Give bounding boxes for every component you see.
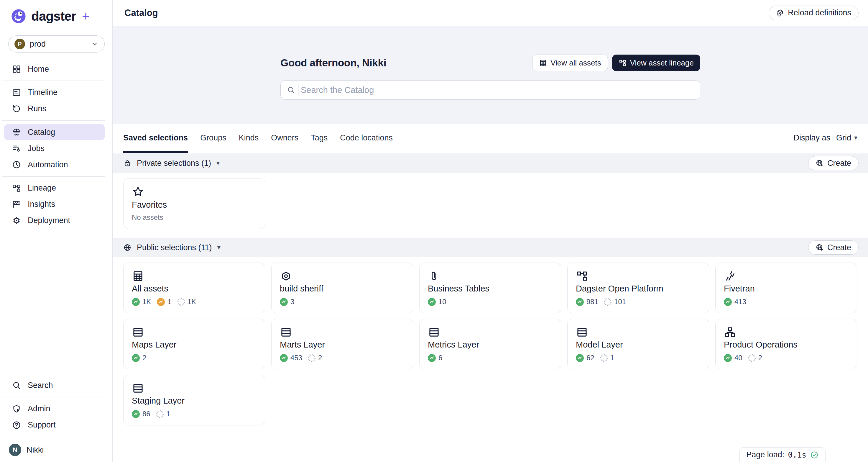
materialized-icon — [576, 354, 584, 362]
selection-card-staging-layer[interactable]: Staging Layer861 — [123, 375, 266, 426]
status-badge-success: 40 — [724, 354, 742, 362]
never-materialized-icon — [308, 354, 315, 362]
sidebar-item-catalog[interactable]: Catalog — [4, 124, 105, 140]
sidebar-divider — [2, 81, 105, 81]
status-badge-success: 2 — [132, 354, 146, 362]
reload-definitions-button[interactable]: Reload definitions — [769, 6, 859, 20]
page-load-value: 0.1s — [788, 451, 806, 459]
page-load-label: Page load: — [746, 450, 784, 459]
display-as-dropdown[interactable]: Grid ▾ — [836, 133, 857, 143]
asset-status-badges: 4532 — [280, 354, 405, 362]
sidebar-item-label: Search — [28, 381, 53, 390]
card-title: Model Layer — [576, 340, 701, 350]
materialized-icon — [724, 298, 732, 306]
paperclip-icon — [428, 270, 440, 282]
section-title-toggle[interactable]: Private selections (1)▾ — [123, 159, 220, 168]
table-rows-icon — [132, 326, 144, 338]
tab-saved-selections[interactable]: Saved selections — [123, 131, 188, 145]
user-menu[interactable]: N Nikki — [0, 441, 112, 462]
section-title-toggle[interactable]: Public selections (11)▾ — [123, 243, 220, 252]
sidebar-item-admin[interactable]: Admin — [4, 401, 105, 417]
selection-card-dagster-open-platform[interactable]: Dagster Open Platform981101 — [567, 263, 709, 313]
selection-card-all-assets[interactable]: All assets1K11K — [123, 263, 266, 313]
materialized-icon — [132, 410, 140, 418]
status-badge-success: 981 — [576, 298, 598, 306]
badge-count: 981 — [586, 298, 598, 306]
sidebar-item-home[interactable]: Home — [4, 61, 105, 77]
badge-count: 86 — [143, 410, 150, 418]
tab-kinds[interactable]: Kinds — [239, 131, 259, 145]
catalog-search-input[interactable] — [301, 85, 694, 95]
sidebar-item-insights[interactable]: Insights — [4, 197, 105, 212]
tab-owners[interactable]: Owners — [271, 131, 299, 145]
create-selection-button[interactable]: Create — [808, 156, 859, 170]
sidebar-item-label: Insights — [28, 200, 55, 209]
sidebar-item-deployment[interactable]: ⚙Deployment — [4, 213, 105, 229]
lineage-icon — [576, 270, 588, 282]
view-all-assets-button[interactable]: View all assets — [532, 55, 608, 71]
lineage-icon — [619, 59, 626, 67]
tab-groups[interactable]: Groups — [200, 131, 226, 145]
user-avatar: N — [9, 444, 21, 456]
asset-status-badges: 413 — [724, 298, 849, 306]
sidebar-item-automation[interactable]: Automation — [4, 157, 105, 173]
selection-card-business-tables[interactable]: Business Tables10 — [419, 263, 561, 313]
asset-status-badges: 2 — [132, 354, 257, 362]
never-materialized-icon — [600, 354, 608, 362]
selection-card-favorites[interactable]: FavoritesNo assets — [123, 178, 266, 229]
star-icon — [132, 185, 144, 198]
brand-logo[interactable]: dagster + — [11, 8, 112, 25]
selection-card-model-layer[interactable]: Model Layer621 — [567, 319, 709, 369]
lineage-icon — [12, 183, 21, 193]
badge-count: 1 — [166, 410, 170, 418]
create-selection-button[interactable]: Create — [808, 240, 859, 255]
never-materialized-icon — [604, 298, 612, 306]
greeting: Good afternoon, Nikki — [280, 57, 386, 69]
table-rows-icon — [132, 382, 144, 395]
table-rows-icon — [576, 326, 588, 338]
table-icon — [132, 270, 144, 282]
badge-count: 101 — [614, 298, 626, 306]
status-badge-success: 10 — [428, 298, 446, 306]
sidebar-item-label: Timeline — [28, 88, 58, 97]
sidebar-item-search[interactable]: Search — [4, 377, 105, 393]
selections-content: Private selections (1)▾CreateFavoritesNo… — [113, 153, 868, 462]
warning-icon — [157, 298, 165, 306]
table-rows-icon — [428, 326, 440, 338]
never-materialized-icon — [156, 410, 164, 418]
selection-card-fivetran[interactable]: Fivetran413 — [715, 263, 857, 313]
tab-code-locations[interactable]: Code locations — [340, 131, 393, 145]
never-materialized-icon — [748, 354, 756, 362]
materialized-icon — [428, 298, 436, 306]
view-asset-lineage-button[interactable]: View asset lineage — [612, 55, 700, 71]
sidebar-item-support[interactable]: Support — [4, 417, 105, 433]
selection-card-build-sheriff[interactable]: build sheriff3 — [271, 263, 413, 313]
selection-card-maps-layer[interactable]: Maps Layer2 — [123, 319, 266, 369]
asset-status-badges: 10 — [428, 298, 553, 306]
catalog-tabs: Saved selectionsGroupsKindsOwnersTagsCod… — [123, 131, 393, 145]
card-title: Marts Layer — [280, 340, 405, 350]
sidebar-item-lineage[interactable]: Lineage — [4, 180, 105, 196]
sidebar-item-label: Deployment — [28, 216, 70, 225]
display-as-value: Grid — [836, 133, 851, 143]
sidebar-item-jobs[interactable]: Jobs — [4, 140, 105, 156]
fivetran-icon — [724, 270, 736, 282]
card-title: Maps Layer — [132, 340, 257, 350]
asset-status-badges: 621 — [576, 354, 701, 362]
tab-tags[interactable]: Tags — [311, 131, 328, 145]
asset-status-badges: 3 — [280, 298, 405, 306]
runs-icon — [12, 104, 21, 114]
sidebar-item-runs[interactable]: Runs — [4, 101, 105, 117]
lock-icon — [123, 159, 131, 167]
selection-card-metrics-layer[interactable]: Metrics Layer6 — [419, 319, 561, 369]
materialized-icon — [132, 354, 140, 362]
deployment-switcher[interactable]: P prod — [8, 35, 105, 53]
sidebar-item-timeline[interactable]: Timeline — [4, 85, 105, 100]
selection-card-marts-layer[interactable]: Marts Layer4532 — [271, 319, 413, 369]
asset-status-badges: 6 — [428, 354, 553, 362]
sidebar-item-label: Jobs — [28, 144, 44, 153]
catalog-icon — [12, 127, 21, 137]
selection-card-product-operations[interactable]: Product Operations402 — [715, 319, 857, 369]
table-rows-icon — [280, 326, 292, 338]
home-icon — [12, 64, 21, 74]
